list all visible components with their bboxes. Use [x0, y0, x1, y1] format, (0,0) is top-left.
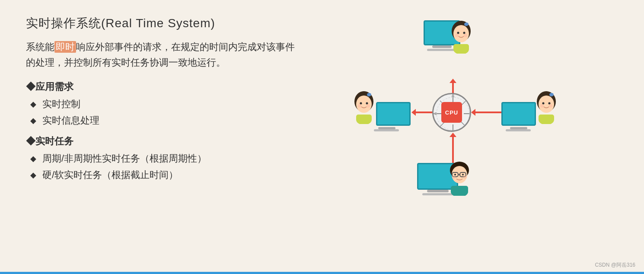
description-text: 系统能即时响应外部事件的请求，在规定的时间内完成对该事件 的处理，并控制所有实时…	[26, 39, 320, 71]
watermark: CSDN @阿岳316	[595, 261, 635, 269]
svg-point-13	[366, 102, 368, 105]
svg-point-36	[540, 104, 544, 108]
left-computer-unit	[350, 89, 411, 126]
node-right	[501, 89, 561, 126]
svg-rect-39	[539, 115, 554, 121]
desc-line2: 的处理，并控制所有实时任务协调一致地运行。	[26, 57, 226, 68]
left-monitor-stand	[374, 129, 399, 131]
svg-point-34	[542, 102, 545, 105]
desc-after-highlight: 响应外部事件的请求，在规定的时间内完成对该事件	[76, 41, 295, 52]
cpu-circle: CPU	[432, 93, 471, 132]
svg-rect-50	[451, 186, 468, 194]
svg-point-48	[463, 175, 467, 179]
svg-point-45	[454, 174, 456, 175]
node-top	[424, 20, 460, 53]
list-item-1: ◆ 实时控制	[30, 98, 320, 111]
bottom-bar	[0, 272, 644, 274]
right-monitor-stand	[506, 129, 531, 131]
diamond-icon-2: ◆	[30, 116, 36, 125]
right-monitor	[501, 102, 536, 126]
left-character	[350, 89, 378, 126]
svg-point-14	[358, 104, 361, 108]
top-character-svg	[447, 19, 475, 54]
svg-point-47	[452, 175, 456, 179]
right-character-svg	[532, 89, 561, 124]
realtime-tasks-list: ◆ 周期/非周期性实时任务（根据周期性） ◆ 硬/软实时任务（根据截止时间）	[30, 152, 320, 182]
left-monitor	[376, 102, 411, 126]
svg-rect-8	[453, 44, 469, 51]
bullet2-text: 实时信息处理	[42, 114, 99, 127]
right-computer-unit	[501, 89, 561, 126]
svg-point-3	[457, 32, 459, 34]
svg-point-15	[367, 104, 370, 108]
right-character	[532, 89, 561, 126]
left-character-svg	[350, 89, 378, 124]
network-diagram: CPU	[367, 29, 575, 245]
svg-point-4	[463, 32, 465, 34]
bullet1-text: 实时控制	[42, 98, 80, 111]
cpu-node: CPU	[432, 93, 471, 132]
node-left	[350, 89, 411, 126]
section2-header: ◆实时任务	[26, 135, 320, 148]
page-title: 实时操作系统(Real Time System)	[26, 15, 320, 32]
bottom-character-svg	[444, 159, 475, 196]
desc-before-highlight: 系统能	[26, 41, 54, 52]
list-item-4: ◆ 硬/软实时任务（根据截止时间）	[30, 169, 320, 182]
svg-point-35	[548, 102, 551, 105]
svg-point-37	[549, 104, 552, 108]
section1-label: ◆应用需求	[26, 80, 73, 93]
svg-point-6	[464, 34, 467, 37]
left-content: 实时操作系统(Real Time System) 系统能即时响应外部事件的请求，…	[26, 13, 320, 261]
bottom-character	[444, 159, 475, 198]
bottom-computer-unit	[417, 163, 458, 195]
svg-point-11	[356, 96, 372, 113]
bullet3-text: 周期/非周期性实时任务（根据周期性）	[42, 152, 207, 165]
svg-point-1	[464, 22, 469, 26]
diamond-icon-1: ◆	[30, 99, 36, 109]
svg-point-12	[360, 102, 362, 105]
section1-header: ◆应用需求	[26, 80, 320, 93]
node-bottom	[417, 163, 458, 197]
top-computer-unit	[424, 20, 460, 51]
list-item-3: ◆ 周期/非周期性实时任务（根据周期性）	[30, 152, 320, 165]
svg-point-10	[367, 93, 371, 96]
top-character	[447, 19, 475, 55]
main-container: 实时操作系统(Real Time System) 系统能即时响应外部事件的请求，…	[0, 0, 644, 274]
svg-point-2	[453, 25, 469, 42]
diamond-icon-4: ◆	[30, 170, 36, 180]
list-item-2: ◆ 实时信息处理	[30, 114, 320, 127]
application-needs-list: ◆ 实时控制 ◆ 实时信息处理	[30, 98, 320, 127]
svg-point-46	[462, 174, 464, 175]
cpu-inner-box: CPU	[441, 102, 462, 123]
section2-label: ◆实时任务	[26, 135, 73, 148]
cpu-label: CPU	[445, 109, 458, 116]
svg-point-33	[539, 96, 554, 113]
svg-point-32	[549, 93, 554, 96]
svg-rect-17	[356, 115, 372, 121]
diamond-icon-3: ◆	[30, 154, 36, 163]
highlight-text: 即时	[54, 41, 76, 53]
svg-point-5	[455, 34, 459, 37]
right-diagram-area: CPU	[320, 13, 622, 261]
bullet4-text: 硬/软实时任务（根据截止时间）	[42, 169, 178, 182]
